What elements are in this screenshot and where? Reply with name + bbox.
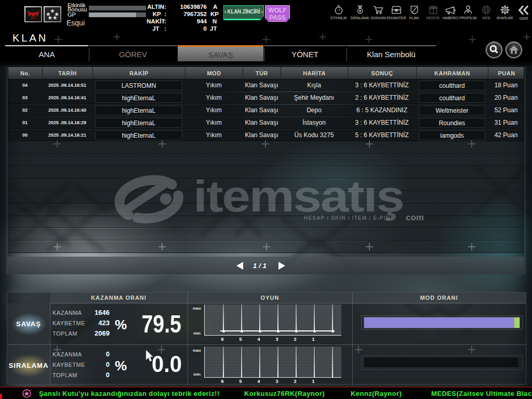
svg-text:1 / 1: 1 / 1 (253, 262, 267, 270)
